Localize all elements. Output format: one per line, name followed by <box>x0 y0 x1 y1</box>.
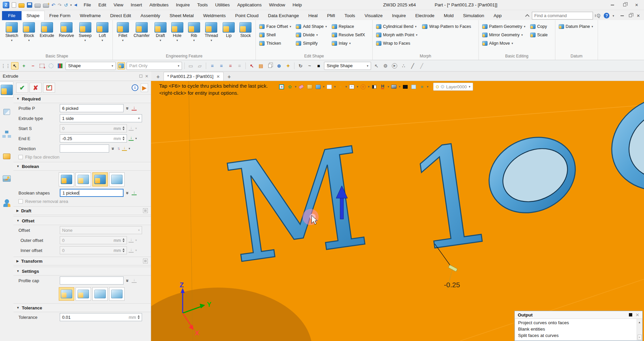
cancel-button[interactable]: ✘ <box>30 83 42 93</box>
save-icon[interactable] <box>27 2 32 8</box>
ribbon-item-datum-plane[interactable]: Datum Plane▾ <box>559 23 593 30</box>
ribbon-item-align-move[interactable]: Align Move▾ <box>482 40 525 47</box>
filter-list-3-icon[interactable]: ≡ <box>227 62 234 70</box>
add-pick-icon[interactable]: + <box>20 62 28 70</box>
profile-expand-icon[interactable]: » <box>125 106 131 111</box>
smart-pick-icon[interactable]: ↖ <box>11 62 18 70</box>
display-background-icon[interactable] <box>390 83 398 90</box>
info-button[interactable]: i <box>132 84 138 91</box>
ok-button[interactable]: ✔ <box>16 83 28 93</box>
tolerance-input[interactable]: 0.01mm <box>60 313 142 321</box>
menu-applications[interactable]: Applications <box>234 1 265 9</box>
tab-electrode[interactable]: Electrode <box>411 11 439 20</box>
panel-close-icon[interactable]: ✕ <box>145 74 148 79</box>
tab-pmi[interactable]: PMI <box>322 11 340 20</box>
pick-window-icon[interactable] <box>38 62 46 70</box>
ribbon-item-loft[interactable]: Loft▾ <box>94 21 111 42</box>
zoom-window-icon[interactable]: + <box>348 83 355 90</box>
shape-scope-icon[interactable] <box>118 62 125 70</box>
tab-sheet-metal[interactable]: Sheet Metal <box>165 11 198 20</box>
ribbon-item-pattern-geometry[interactable]: Pattern Geometry▾ <box>482 23 525 30</box>
rotate-target-icon-dropdown[interactable]: ▾ <box>368 85 370 88</box>
menu-insert[interactable]: Insert <box>127 1 145 9</box>
end-input[interactable]: -0.25mm <box>60 134 127 142</box>
ribbon-item-mirror-geometry[interactable]: Mirror Geometry▾ <box>482 31 525 38</box>
display-background-icon-dropdown[interactable]: ▾ <box>399 85 401 88</box>
profile-pick-icon[interactable]: ↓ <box>132 106 137 111</box>
ribbon-item-add-shape[interactable]: Add Shape▾ <box>296 23 327 30</box>
outer-offset-input[interactable]: 0mm <box>60 236 127 244</box>
pick-last-icon[interactable]: ↖ <box>248 62 256 70</box>
minimize-button[interactable] <box>606 1 618 9</box>
cap-none-button[interactable] <box>109 287 125 301</box>
guide-button[interactable]: ▶ <box>141 83 148 92</box>
rotate-target-icon[interactable]: + <box>360 83 367 90</box>
section-tolerance[interactable]: ▼Tolerance <box>13 303 151 312</box>
ribbon-item-wrap-to-faces[interactable]: Wrap to Faces <box>376 40 418 47</box>
web-icon[interactable]: ⊕ <box>275 62 283 70</box>
sidebar-visual-icon[interactable] <box>0 170 13 186</box>
ribbon-item-thread[interactable]: Thread▾ <box>202 21 221 42</box>
new-file-icon[interactable] <box>12 2 16 8</box>
compass-icon[interactable]: ↻ <box>297 62 304 70</box>
sidebar-manager-icon[interactable] <box>0 104 13 120</box>
menu-inquire[interactable]: Inquire <box>173 1 193 9</box>
boolean-base-button[interactable] <box>59 172 74 186</box>
help-icon[interactable]: ? <box>604 13 609 18</box>
ribbon-item-divide[interactable]: Divide▾ <box>296 31 327 38</box>
direction-input[interactable] <box>60 144 109 153</box>
boolean-intersect-button[interactable] <box>109 172 125 186</box>
menu-window[interactable]: Window <box>266 1 288 9</box>
section-settings[interactable]: ▼Settings <box>13 267 151 275</box>
section-offset[interactable]: ▼Offset <box>13 216 151 225</box>
ribbon-item-lip[interactable]: Lip <box>220 21 237 42</box>
ribbon-item-block[interactable]: Block▾ <box>20 21 37 42</box>
direction-options-icon[interactable]: ▾ <box>129 147 130 150</box>
boolean-remove-button[interactable] <box>92 172 108 186</box>
ribbon-item-thicken[interactable]: Thicken <box>259 40 291 47</box>
tab-heal[interactable]: Heal <box>304 11 322 20</box>
profile-input[interactable]: 6 picked <box>60 104 124 112</box>
output-dock-icon[interactable] <box>629 313 632 316</box>
curve-icon[interactable]: ~ <box>306 62 313 70</box>
exit-pick-icon[interactable]: ◄ <box>278 83 285 90</box>
scroll-up-icon[interactable]: ▲ <box>638 319 641 326</box>
ribbon-item-hole[interactable]: Hole▾ <box>169 21 186 42</box>
boolean-shapes-input[interactable]: 1 picked <box>60 189 124 197</box>
direction-pick-icon[interactable]: ↓ <box>122 146 127 151</box>
model-letter-m[interactable]: M <box>217 118 377 294</box>
settings-gear-icon[interactable]: ⚙ <box>596 12 601 19</box>
yellow-cube-icon[interactable] <box>306 83 313 90</box>
wireframe-sphere-icon[interactable]: ✳ <box>337 83 344 90</box>
ribbon-item-replace[interactable]: Replace <box>332 23 368 30</box>
layer-color-icon[interactable] <box>441 85 444 88</box>
qat-dropdown-icon[interactable]: ▾ <box>70 3 72 7</box>
grip-icon[interactable]: ⋮⋮ <box>2 62 9 70</box>
layer-visibility-icon[interactable] <box>436 85 439 88</box>
end-pick-icon[interactable]: ↓ <box>129 136 134 141</box>
open-file-icon[interactable] <box>18 3 25 8</box>
output-scrollbar[interactable]: ▲ ≡ <box>637 319 642 340</box>
sheet-icon[interactable]: ▤ <box>257 62 265 70</box>
ribbon-item-stock[interactable]: Stock <box>237 21 254 42</box>
layers-icon-dropdown[interactable]: ▾ <box>427 85 428 88</box>
profile-cap-expand-icon[interactable]: » <box>125 278 131 283</box>
cap-both-button[interactable] <box>59 287 74 301</box>
search-input[interactable] <box>534 13 593 18</box>
draft-enable-checkbox[interactable] <box>143 208 148 213</box>
eraser-icon[interactable] <box>298 83 305 90</box>
help-dropdown-icon[interactable]: ▾ <box>612 14 614 17</box>
viewport-3d[interactable]: M 1 <box>151 81 644 341</box>
play-icon[interactable]: ▶ <box>391 62 398 70</box>
blue-cube-icon[interactable] <box>315 83 322 90</box>
flip-face-checkbox[interactable] <box>18 155 23 159</box>
ribbon-item-face-offset[interactable]: Face Offset▾ <box>259 23 291 30</box>
reverse-area-checkbox[interactable] <box>18 199 23 204</box>
entity-filter-select[interactable]: Shape▾ <box>65 62 116 70</box>
ribbon-item-fillet[interactable]: Fillet▾ <box>114 21 131 42</box>
sidebar-role-icon[interactable] <box>0 193 13 209</box>
scope-select[interactable]: Part Only▾ <box>127 62 182 70</box>
ribbon-item-sketch[interactable]: Sketch▾ <box>3 21 20 42</box>
output-close-icon[interactable]: ✕ <box>636 312 639 317</box>
layer-select[interactable]: Layer0000▾ <box>433 83 473 91</box>
